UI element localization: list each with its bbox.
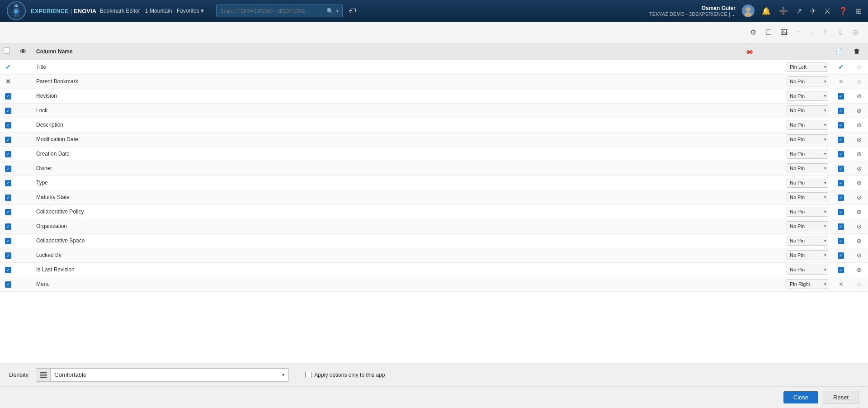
select-all-checkbox[interactable]	[4, 47, 10, 54]
row-visible-checkbox[interactable]: ✓	[838, 151, 844, 157]
pin-select[interactable]: No PinPin LeftPin Right	[787, 236, 828, 246]
grid-btn[interactable]: ⊞	[849, 26, 861, 38]
density-select[interactable]: CompactComfortableSpacious	[51, 371, 278, 378]
image-view-btn[interactable]: 🖼	[778, 27, 791, 38]
move-bottom-btn[interactable]: ⇓	[835, 26, 846, 38]
table-header-row: 👁 Column Name 📌 📄 🗑	[0, 43, 868, 60]
row-pin-cell: No PinPin LeftPin Right▾	[741, 89, 832, 103]
search-input[interactable]	[220, 8, 324, 14]
row-checkbox[interactable]: ✓	[5, 180, 11, 186]
share-btn[interactable]: ↗	[795, 6, 803, 16]
row-delete-btn[interactable]: ⊘	[856, 251, 863, 260]
row-visible-checkbox[interactable]: ✓	[838, 180, 844, 186]
row-pin-cell: No PinPin LeftPin Right▾	[741, 74, 832, 89]
move-down-btn[interactable]: ↓	[807, 27, 816, 38]
add-btn[interactable]: ➕	[778, 6, 789, 16]
row-visible-checkbox[interactable]: ✓	[838, 238, 844, 244]
rect-view-btn[interactable]: ☐	[763, 26, 774, 38]
row-delete-btn[interactable]: ⊘	[856, 266, 863, 274]
row-checkbox-cell: ✕	[0, 74, 16, 89]
row-eye-cell	[16, 132, 33, 147]
close-button[interactable]: Close	[783, 391, 818, 403]
row-checkbox[interactable]: ✓	[5, 137, 11, 143]
pin-select[interactable]: No PinPin LeftPin Right	[787, 221, 828, 231]
pin-select[interactable]: No PinPin LeftPin Right	[787, 91, 828, 101]
row-visible-cell: ✓	[832, 89, 850, 103]
move-top-btn[interactable]: ⇑	[820, 26, 831, 38]
apply-options-label[interactable]: Apply options only to this app	[314, 372, 385, 378]
row-delete-btn[interactable]: ⊘	[856, 92, 863, 100]
apply-options-checkbox[interactable]	[305, 372, 311, 378]
pin-select[interactable]: No PinPin LeftPin Right	[787, 105, 828, 115]
row-checkbox[interactable]: ✓	[5, 195, 11, 201]
reset-button[interactable]: Reset	[823, 391, 859, 404]
pin-select[interactable]: No PinPin LeftPin Right	[787, 207, 828, 217]
row-checkbox[interactable]: ✓	[5, 252, 11, 259]
row-visible-x: ✕	[839, 78, 844, 85]
row-checkbox[interactable]: ✓	[5, 281, 11, 288]
row-delete-cell: ⊘	[850, 248, 868, 262]
row-visible-checkbox[interactable]: ✓	[838, 252, 844, 259]
pin-select[interactable]: No PinPin LeftPin Right	[787, 120, 828, 130]
help-btn[interactable]: ❓	[838, 6, 849, 16]
row-delete-cell: ⊘	[850, 132, 868, 147]
row-checkbox[interactable]: ✓	[5, 108, 11, 114]
row-visible-checkbox[interactable]: ✓	[838, 209, 844, 215]
row-checkbox[interactable]: ✓	[5, 209, 11, 215]
pin-select[interactable]: No PinPin LeftPin Right	[787, 265, 828, 275]
grid-apps-btn[interactable]: ⊞	[855, 6, 863, 16]
row-delete-cell: ⊘	[850, 190, 868, 204]
avatar[interactable]	[742, 5, 755, 17]
row-checkbox[interactable]: ✓	[5, 238, 11, 244]
row-checkbox[interactable]: ✓	[5, 151, 11, 157]
row-checkbox[interactable]: ✓	[5, 93, 11, 100]
pin-select[interactable]: No PinPin LeftPin Right	[787, 62, 828, 72]
row-checkbox[interactable]: ✓	[5, 267, 11, 273]
row-visible-checkbox[interactable]: ✓	[838, 93, 844, 100]
row-visible-checkbox[interactable]: ✓	[838, 223, 844, 230]
row-delete-btn[interactable]: ⊘	[856, 121, 863, 129]
collaborate-btn[interactable]: ✈	[809, 6, 817, 16]
row-visible-checkbox[interactable]: ✓	[838, 166, 844, 172]
row-visible-checkbox[interactable]: ✓	[838, 122, 844, 128]
row-checkbox[interactable]: ✓	[5, 122, 11, 128]
pin-select[interactable]: No PinPin LeftPin Right	[787, 279, 828, 289]
row-delete-btn[interactable]: ⊘	[856, 179, 863, 187]
row-checkbox-cell: ✓	[0, 147, 16, 161]
pin-select[interactable]: No PinPin LeftPin Right	[787, 149, 828, 159]
row-delete-btn[interactable]: ⊘	[856, 222, 863, 231]
row-delete-btn[interactable]: ⊘	[856, 135, 863, 144]
notifications-btn[interactable]: 🔔	[761, 6, 772, 16]
row-eye-cell	[16, 190, 33, 204]
editor-dropdown-btn[interactable]: ▾	[201, 8, 203, 14]
row-checkbox[interactable]: ✓	[5, 166, 11, 172]
row-delete-btn[interactable]: ⊘	[856, 150, 863, 158]
pin-select[interactable]: No PinPin LeftPin Right	[787, 163, 828, 173]
pin-select[interactable]: No PinPin LeftPin Right	[787, 178, 828, 188]
search-icon-btn[interactable]: 🔍	[326, 8, 334, 14]
tools-btn[interactable]: ⚔	[823, 6, 831, 16]
settings-btn[interactable]: ⚙	[747, 26, 759, 38]
tags-btn[interactable]: 🏷	[348, 6, 357, 16]
row-checkbox[interactable]: ✓	[5, 223, 11, 230]
move-up-btn[interactable]: ↑	[794, 27, 803, 38]
row-visible-checkbox[interactable]: ✓	[838, 267, 844, 273]
pin-select[interactable]: No PinPin LeftPin Right	[787, 134, 828, 144]
row-delete-btn[interactable]: ⊘	[856, 164, 863, 173]
row-delete-btn[interactable]: ⊘	[856, 237, 863, 245]
row-visible-checkbox[interactable]: ✓	[838, 137, 844, 143]
row-column-name: Creation Date	[33, 147, 741, 161]
row-delete-btn[interactable]: ⊘	[856, 208, 863, 216]
app-logo[interactable]: 3D V.R	[5, 0, 27, 22]
row-visible-checkbox[interactable]: ✓	[838, 108, 844, 114]
pin-select[interactable]: No PinPin LeftPin Right	[787, 250, 828, 260]
pin-select[interactable]: No PinPin LeftPin Right	[787, 192, 828, 202]
row-delete-btn[interactable]: ⊘	[856, 193, 863, 202]
row-delete-cell: ⊘	[850, 161, 868, 176]
pin-select[interactable]: No PinPin LeftPin Right	[787, 76, 828, 86]
th-select-all[interactable]	[0, 43, 16, 60]
search-dropdown-btn[interactable]: ▾	[336, 9, 339, 14]
table-row: ✓Collaborative SpaceNo PinPin LeftPin Ri…	[0, 233, 868, 248]
row-visible-checkbox[interactable]: ✓	[838, 195, 844, 201]
row-delete-btn[interactable]: ⊘	[856, 106, 863, 115]
